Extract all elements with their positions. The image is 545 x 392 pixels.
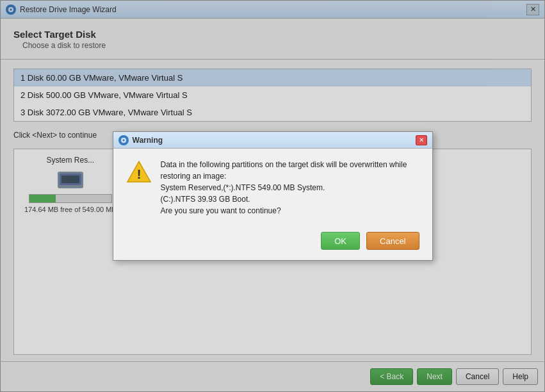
msg-line5: Are you sure you want to continue?: [161, 206, 281, 215]
svg-text:!: !: [136, 167, 141, 181]
dialog-close-button[interactable]: ✕: [416, 135, 427, 145]
warning-icon-wrap: !: [126, 159, 152, 184]
dialog-message: Data in the following partitions on the …: [161, 159, 407, 216]
msg-line4: (C:).NTFS 39.93 GB Boot.: [161, 195, 250, 204]
msg-line1: Data in the following partitions on the …: [161, 160, 407, 169]
dialog-title-bar: Warning ✕: [113, 132, 432, 149]
warning-dialog: Warning ✕ ! Data in the following partit…: [113, 131, 433, 261]
msg-line3: System Reserved,(*:).NTFS 549.00 MB Syst…: [161, 183, 325, 192]
dialog-title: Warning: [133, 136, 416, 145]
dialog-ok-button[interactable]: OK: [321, 232, 360, 250]
dialog-overlay: Warning ✕ ! Data in the following partit…: [0, 0, 545, 392]
dialog-cancel-button[interactable]: Cancel: [366, 232, 419, 250]
dialog-body: ! Data in the following partitions on th…: [113, 149, 432, 227]
dialog-icon: [118, 135, 129, 145]
msg-line2: restoring an image:: [161, 172, 227, 181]
dialog-footer: OK Cancel: [113, 227, 432, 260]
